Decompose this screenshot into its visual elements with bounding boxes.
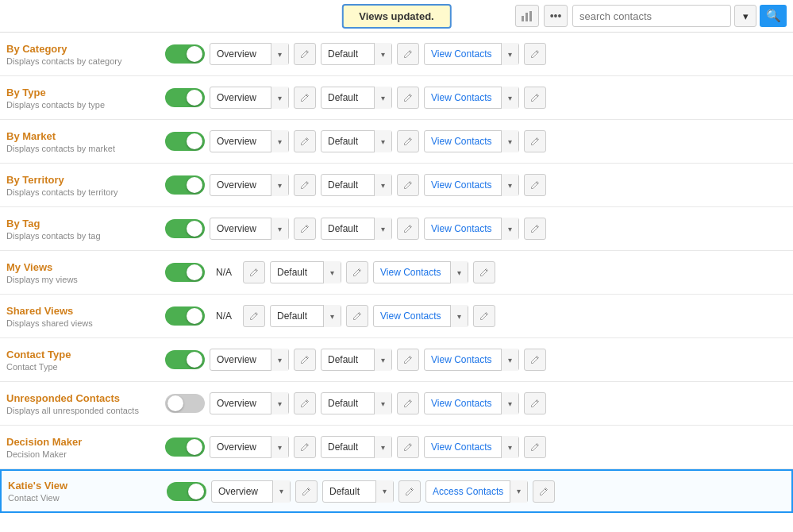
default-arrow-by-territory[interactable]: ▾ [374, 174, 391, 196]
view-contacts-arrow-by-market[interactable]: ▾ [501, 130, 518, 152]
edit-action-btn-by-market[interactable] [524, 130, 546, 152]
overview-arrow-by-category[interactable]: ▾ [271, 43, 288, 65]
edit-overview-btn-my-views[interactable] [243, 261, 265, 283]
view-contacts-label-katies-view[interactable]: Access Contacts [426, 486, 510, 497]
view-contacts-arrow-my-views[interactable]: ▾ [450, 261, 468, 283]
row-subtitle-katies-view: Contact View [8, 493, 167, 503]
toggle-by-territory[interactable] [165, 175, 205, 195]
edit-overview-btn-by-category[interactable] [294, 43, 316, 65]
view-contacts-arrow-katies-view[interactable]: ▾ [510, 480, 527, 503]
edit-overview-btn-shared-views[interactable] [243, 305, 265, 327]
edit-default-btn-by-category[interactable] [397, 43, 419, 65]
view-contacts-label-by-category[interactable]: View Contacts [425, 48, 501, 60]
toggle-contact-type[interactable] [165, 350, 205, 369]
view-contacts-arrow-by-territory[interactable]: ▾ [501, 174, 518, 196]
search-dropdown-btn[interactable]: ▾ [734, 5, 756, 27]
toggle-my-views[interactable] [165, 263, 205, 282]
edit-action-btn-shared-views[interactable] [473, 305, 495, 327]
default-arrow-decision-maker[interactable]: ▾ [374, 436, 391, 458]
edit-action-btn-decision-maker[interactable] [524, 436, 546, 458]
edit-overview-btn-by-market[interactable] [294, 130, 316, 152]
toggle-knob-decision-maker [187, 439, 202, 455]
edit-overview-btn-unresponded-contacts[interactable] [294, 392, 316, 414]
edit-action-btn-contact-type[interactable] [524, 349, 546, 371]
toggle-shared-views[interactable] [165, 306, 205, 326]
edit-action-btn-by-territory[interactable] [524, 174, 546, 196]
view-contacts-arrow-by-category[interactable]: ▾ [501, 43, 518, 65]
edit-action-btn-my-views[interactable] [473, 261, 495, 283]
edit-default-btn-shared-views[interactable] [346, 305, 368, 327]
default-arrow-contact-type[interactable]: ▾ [374, 349, 391, 371]
edit-overview-btn-contact-type[interactable] [294, 349, 316, 371]
overview-arrow-contact-type[interactable]: ▾ [271, 349, 288, 371]
overview-arrow-by-type[interactable]: ▾ [271, 87, 288, 109]
row-info-decision-maker: Decision Maker Decision Maker [6, 436, 165, 459]
toggle-katies-view[interactable] [167, 482, 206, 501]
default-arrow-by-market[interactable]: ▾ [374, 130, 391, 152]
search-input[interactable] [572, 5, 731, 27]
edit-default-btn-contact-type[interactable] [397, 349, 419, 371]
view-contacts-arrow-by-tag[interactable]: ▾ [501, 218, 518, 240]
view-contacts-label-by-territory[interactable]: View Contacts [425, 179, 501, 191]
edit-action-btn-unresponded-contacts[interactable] [524, 392, 546, 414]
edit-overview-btn-by-tag[interactable] [294, 218, 316, 240]
toggle-by-category[interactable] [165, 44, 205, 64]
view-contacts-label-unresponded-contacts[interactable]: View Contacts [425, 398, 501, 409]
edit-action-btn-by-category[interactable] [524, 43, 546, 65]
edit-default-btn-by-type[interactable] [397, 87, 419, 109]
view-contacts-arrow-contact-type[interactable]: ▾ [501, 349, 518, 371]
chart-icon-btn[interactable] [515, 5, 539, 27]
edit-default-btn-by-territory[interactable] [397, 174, 419, 196]
edit-overview-btn-katies-view[interactable] [295, 480, 318, 503]
toggle-by-type[interactable] [165, 88, 205, 107]
default-arrow-my-views[interactable]: ▾ [323, 261, 341, 283]
overview-label-by-tag: Overview [210, 223, 271, 234]
overview-arrow-decision-maker[interactable]: ▾ [271, 436, 288, 458]
edit-default-btn-katies-view[interactable] [398, 480, 421, 503]
view-contacts-arrow-shared-views[interactable]: ▾ [450, 305, 468, 327]
edit-action-btn-by-tag[interactable] [524, 218, 546, 240]
more-options-btn[interactable]: ••• [544, 5, 568, 27]
default-arrow-by-category[interactable]: ▾ [374, 43, 391, 65]
view-contacts-label-by-market[interactable]: View Contacts [425, 136, 501, 147]
edit-default-btn-unresponded-contacts[interactable] [397, 392, 419, 414]
view-contacts-label-my-views[interactable]: View Contacts [374, 267, 450, 278]
edit-default-btn-decision-maker[interactable] [397, 436, 419, 458]
search-button[interactable]: 🔍 [760, 5, 787, 27]
edit-default-btn-by-tag[interactable] [397, 218, 419, 240]
toggle-decision-maker[interactable] [165, 438, 205, 457]
edit-overview-btn-decision-maker[interactable] [294, 436, 316, 458]
overview-arrow-by-territory[interactable]: ▾ [271, 174, 288, 196]
overview-arrow-by-market[interactable]: ▾ [271, 130, 288, 152]
default-arrow-katies-view[interactable]: ▾ [375, 480, 393, 503]
default-arrow-shared-views[interactable]: ▾ [323, 305, 341, 327]
default-arrow-unresponded-contacts[interactable]: ▾ [374, 392, 391, 414]
toggle-by-market[interactable] [165, 132, 205, 151]
row-subtitle-decision-maker: Decision Maker [6, 449, 165, 459]
view-contacts-label-by-type[interactable]: View Contacts [425, 92, 501, 103]
view-contacts-arrow-by-type[interactable]: ▾ [501, 87, 518, 109]
edit-overview-btn-by-territory[interactable] [294, 174, 316, 196]
overview-arrow-by-tag[interactable]: ▾ [271, 218, 288, 240]
toggle-knob-by-category [187, 46, 202, 62]
toggle-knob-by-tag [187, 221, 202, 237]
view-contacts-arrow-unresponded-contacts[interactable]: ▾ [501, 392, 518, 414]
default-arrow-by-type[interactable]: ▾ [374, 87, 391, 109]
overview-arrow-katies-view[interactable]: ▾ [272, 480, 290, 503]
default-arrow-by-tag[interactable]: ▾ [374, 218, 391, 240]
view-contacts-arrow-decision-maker[interactable]: ▾ [501, 436, 518, 458]
view-contacts-label-by-tag[interactable]: View Contacts [425, 223, 501, 234]
row-info-contact-type: Contact Type Contact Type [6, 349, 165, 372]
toggle-unresponded-contacts[interactable] [165, 394, 205, 413]
row-title-by-type: By Type [6, 87, 165, 98]
edit-overview-btn-by-type[interactable] [294, 87, 316, 109]
toggle-by-tag[interactable] [165, 219, 205, 238]
overview-arrow-unresponded-contacts[interactable]: ▾ [271, 392, 288, 414]
view-contacts-label-shared-views[interactable]: View Contacts [374, 310, 450, 322]
edit-action-btn-by-type[interactable] [524, 87, 546, 109]
view-contacts-label-contact-type[interactable]: View Contacts [425, 354, 501, 365]
edit-action-btn-katies-view[interactable] [533, 480, 555, 503]
edit-default-btn-by-market[interactable] [397, 130, 419, 152]
edit-default-btn-my-views[interactable] [346, 261, 368, 283]
view-contacts-label-decision-maker[interactable]: View Contacts [425, 441, 501, 453]
